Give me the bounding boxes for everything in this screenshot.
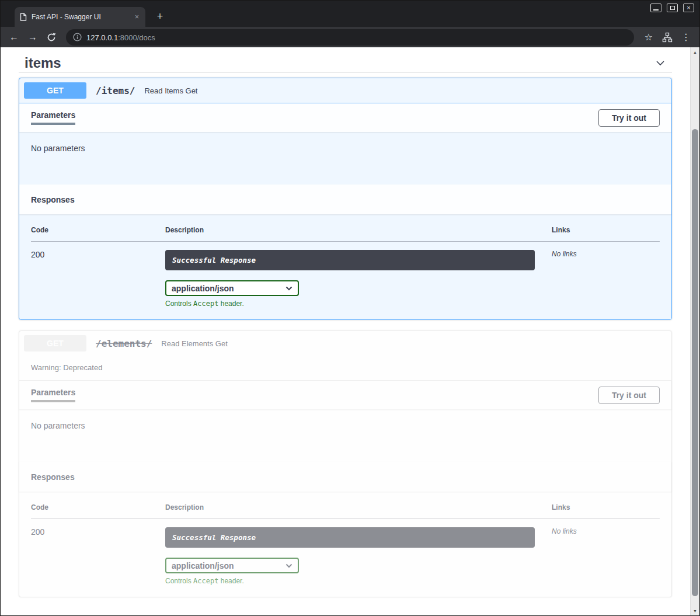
swagger-ui: items GET /items/ Read Items Get: [1, 47, 690, 597]
media-type-select[interactable]: application/json: [165, 280, 299, 296]
endpoint-path: /elements/: [92, 338, 155, 349]
deprecated-warning: Warning: Deprecated: [19, 356, 671, 381]
accept-header-note: Controls Accept header.: [165, 577, 552, 585]
maximize-icon: [670, 6, 675, 10]
responses-body: Code Description Links 200: [19, 492, 671, 597]
scroll-down-icon[interactable]: ▼: [691, 606, 699, 615]
url-text: 127.0.0.1:8000/docs: [86, 32, 155, 43]
response-code: 200: [31, 519, 165, 586]
window-controls: ×: [650, 4, 694, 12]
column-header-code: Code: [31, 503, 165, 519]
close-button[interactable]: ×: [683, 4, 694, 12]
address-bar[interactable]: 127.0.0.1:8000/docs: [66, 29, 634, 46]
tag-section-header[interactable]: items: [19, 47, 672, 72]
response-links: No links: [552, 242, 660, 308]
reload-icon: [47, 33, 56, 42]
tab-close-icon[interactable]: ×: [134, 13, 140, 21]
column-header-links: Links: [552, 226, 660, 242]
accept-header-note: Controls Accept header.: [165, 300, 552, 308]
url-host: 127.0.0.1: [86, 33, 118, 42]
endpoint-summary: Read Items Get: [144, 86, 197, 95]
no-parameters-text: No parameters: [31, 421, 85, 430]
parameters-header: Parameters Try it out: [19, 103, 671, 132]
column-header-description: Description: [165, 503, 552, 519]
scrollbar-thumb[interactable]: [692, 129, 698, 596]
responses-header: Responses: [19, 185, 671, 214]
responses-table: Code Description Links 200: [31, 503, 660, 585]
parameters-tab[interactable]: Parameters: [31, 110, 75, 125]
accept-note-post: header.: [218, 300, 243, 308]
maximize-button[interactable]: [667, 4, 678, 12]
method-badge: GET: [24, 82, 86, 99]
table-row: 200 Successful Response application/json: [31, 519, 660, 586]
tab-title: Fast API - Swagger UI: [32, 13, 129, 21]
reload-button[interactable]: [43, 29, 60, 46]
method-badge: GET: [24, 335, 86, 351]
browser-menu-button[interactable]: ⋮: [677, 29, 695, 46]
favicon-page-icon: [20, 13, 27, 21]
back-button[interactable]: ←: [5, 29, 23, 46]
browser-toolbar: ← → 127.0.0.1:8000/docs ☆ ⋮: [1, 27, 699, 47]
forward-button[interactable]: →: [24, 29, 41, 46]
responses-title: Responses: [31, 195, 75, 204]
site-info-icon[interactable]: [73, 33, 82, 41]
accept-note-code: Accept: [193, 577, 218, 585]
opblock-get-elements-deprecated: GET /elements/ Read Elements Get Warning…: [19, 330, 672, 597]
url-path: :8000/docs: [118, 33, 155, 42]
tag-title: items: [25, 54, 61, 71]
browser-tab[interactable]: Fast API - Swagger UI ×: [15, 7, 145, 27]
column-header-code: Code: [31, 226, 165, 242]
accept-note-pre: Controls: [165, 577, 193, 585]
sitemap-icon: [662, 32, 673, 43]
minimize-button[interactable]: [650, 4, 661, 12]
response-links: No links: [552, 519, 660, 586]
endpoint-summary: Read Elements Get: [161, 339, 227, 348]
responses-header: Responses: [19, 462, 671, 492]
accept-note-post: header.: [218, 577, 243, 585]
vertical-scrollbar[interactable]: ▲ ▼: [690, 47, 699, 615]
minimize-icon: [653, 9, 659, 11]
table-row: 200 Successful Response application/json: [31, 242, 660, 308]
parameters-body: No parameters: [19, 132, 671, 185]
column-header-description: Description: [165, 226, 552, 242]
select-chevron-icon: [285, 286, 292, 291]
response-code: 200: [31, 242, 165, 308]
parameters-body: No parameters: [19, 409, 671, 462]
try-it-out-button[interactable]: Try it out: [598, 387, 660, 404]
response-description: Successful Response: [165, 250, 535, 270]
select-chevron-icon: [285, 563, 292, 568]
chevron-down-icon[interactable]: [654, 57, 666, 69]
media-type-select[interactable]: application/json: [165, 558, 299, 573]
accept-note-pre: Controls: [165, 300, 193, 308]
new-tab-button[interactable]: +: [152, 9, 168, 24]
accept-note-code: Accept: [193, 300, 218, 308]
parameters-tab[interactable]: Parameters: [31, 388, 75, 402]
close-icon: ×: [687, 5, 690, 11]
media-type-value: application/json: [172, 284, 234, 293]
scroll-up-icon[interactable]: ▲: [691, 47, 699, 57]
page-content: items GET /items/ Read Items Get: [1, 47, 699, 615]
bookmark-star-button[interactable]: ☆: [640, 29, 657, 46]
parameters-header: Parameters Try it out: [19, 381, 671, 409]
tab-groups-icon[interactable]: [659, 29, 676, 46]
responses-title: Responses: [31, 472, 75, 482]
try-it-out-button[interactable]: Try it out: [598, 109, 660, 127]
opblock-get-items: GET /items/ Read Items Get Parameters Tr…: [19, 78, 672, 320]
opblock-summary[interactable]: GET /elements/ Read Elements Get: [19, 331, 671, 356]
media-type-value: application/json: [172, 561, 234, 570]
responses-body: Code Description Links 200: [19, 214, 671, 319]
browser-window: Fast API - Swagger UI × + × ← →: [0, 0, 700, 616]
no-parameters-text: No parameters: [31, 144, 85, 153]
responses-table: Code Description Links 200: [31, 226, 660, 308]
opblock-summary[interactable]: GET /items/ Read Items Get: [19, 78, 671, 103]
response-description: Successful Response: [165, 527, 535, 548]
titlebar: Fast API - Swagger UI × + ×: [1, 1, 699, 27]
column-header-links: Links: [552, 503, 660, 519]
endpoint-path: /items/: [92, 85, 138, 96]
